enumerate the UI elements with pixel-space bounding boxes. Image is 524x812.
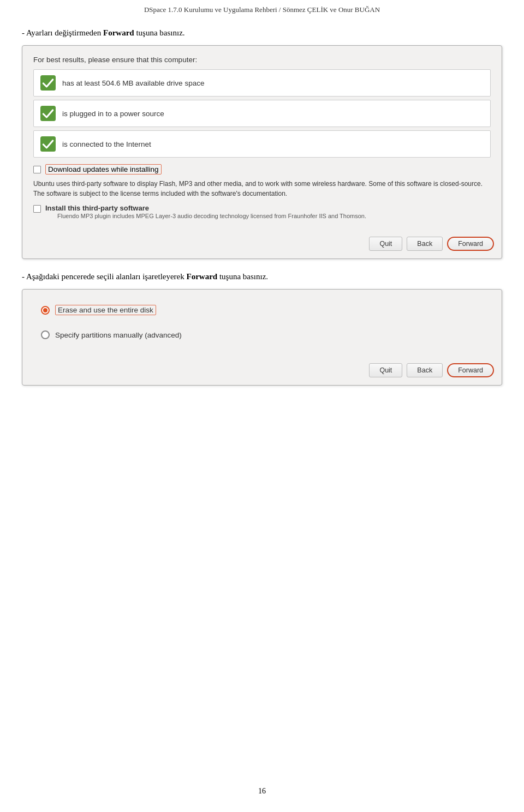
- install-third-party-label: Install this third-party software: [45, 204, 366, 212]
- checkmark-icon-3: [40, 136, 56, 152]
- install-third-party-row: Install this third-party software Fluend…: [33, 204, 491, 220]
- instruction-1: - Ayarları değiştirmeden Forward tuşuna …: [22, 28, 502, 38]
- installer-body-2: Erase and use the entire disk Specify pa…: [22, 290, 502, 358]
- quit-button-2[interactable]: Quit: [369, 363, 402, 377]
- page-content: - Ayarları değiştirmeden Forward tuşuna …: [0, 17, 524, 410]
- check-text-1: has at least 504.6 MB available drive sp…: [62, 79, 204, 87]
- fluendo-text: Fluendo MP3 plugin includes MPEG Layer-3…: [57, 212, 366, 220]
- check-item-3: is connected to the Internet: [33, 130, 491, 158]
- download-updates-label: Download updates while installing: [45, 164, 162, 175]
- check-text-3: is connected to the Internet: [62, 140, 151, 148]
- download-updates-checkbox[interactable]: [33, 166, 41, 173]
- window2-button-row: Quit Back Forward: [22, 358, 502, 385]
- window1-title: For best results, please ensure that thi…: [33, 56, 491, 64]
- check-item-2: is plugged in to a power source: [33, 100, 491, 127]
- instruction-2: - Aşağıdaki pencerede seçili alanları iş…: [22, 272, 502, 281]
- radio-erase-disk[interactable]: [41, 306, 50, 315]
- check-text-2: is plugged in to a power source: [62, 110, 164, 118]
- radio-erase-label: Erase and use the entire disk: [55, 305, 156, 315]
- installer-window-1: For best results, please ensure that thi…: [22, 45, 502, 259]
- window1-button-row: Quit Back Forward: [22, 231, 502, 258]
- check-item-1: has at least 504.6 MB available drive sp…: [33, 69, 491, 97]
- installer-window-2: Erase and use the entire disk Specify pa…: [22, 289, 502, 386]
- quit-button-1[interactable]: Quit: [369, 237, 402, 251]
- installer-body-1: For best results, please ensure that thi…: [22, 46, 502, 231]
- third-party-text: Ubuntu uses third-party software to disp…: [33, 179, 491, 199]
- radio-specify-label: Specify partitions manually (advanced): [55, 331, 182, 339]
- forward-button-2[interactable]: Forward: [447, 363, 494, 377]
- checkmark-icon-1: [40, 75, 56, 91]
- back-button-1[interactable]: Back: [407, 237, 443, 251]
- page-footer: 16: [0, 787, 524, 796]
- install-third-party-checkbox[interactable]: [33, 205, 41, 213]
- page-header: DSpace 1.7.0 Kurulumu ve Uygulama Rehber…: [0, 0, 524, 17]
- radio-specify-partitions[interactable]: [41, 330, 50, 339]
- header-title: DSpace 1.7.0 Kurulumu ve Uygulama Rehber…: [144, 5, 380, 14]
- forward-button-1[interactable]: Forward: [447, 237, 494, 251]
- back-button-2[interactable]: Back: [407, 363, 443, 377]
- checkmark-icon-2: [40, 106, 56, 121]
- radio-item-2: Specify partitions manually (advanced): [33, 325, 491, 345]
- page-number: 16: [258, 787, 266, 795]
- radio-item-1: Erase and use the entire disk: [33, 299, 491, 321]
- download-updates-row: Download updates while installing: [33, 164, 491, 175]
